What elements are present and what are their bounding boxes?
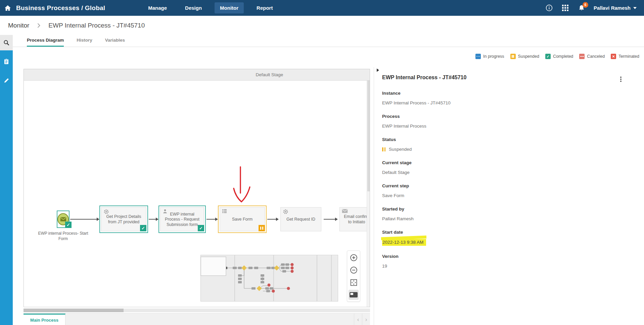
field-label: Current step [382, 183, 631, 188]
process-tab-strip: Main Process ‹ › [24, 313, 370, 325]
scrollbar-thumb[interactable] [24, 309, 124, 312]
node-get-request-id[interactable]: Get Request ID [279, 205, 323, 233]
field-value: Suspended [382, 146, 631, 152]
node-label: Get Project Details from JT provided [101, 214, 146, 225]
user-menu[interactable]: Pallavi Ramesh [594, 5, 637, 11]
diagram-minimap[interactable] [200, 255, 338, 301]
node-body: Get Request ID [280, 207, 321, 231]
tab-main-process[interactable]: Main Process [24, 314, 65, 325]
form-icon [222, 209, 227, 214]
fit-view-button[interactable] [349, 277, 359, 287]
field-value: EWP Internal Process - JT#45710 [382, 100, 631, 106]
node-email-confirm[interactable]: Email confirm to Initiato [338, 205, 370, 233]
field-version: Version19 [382, 254, 631, 269]
canceled-dashes-icon [579, 54, 585, 59]
field-label: Start date [382, 230, 631, 235]
nav-item-manage[interactable]: Manage [143, 2, 172, 13]
pause-icon [382, 147, 385, 151]
app-title: Business Processes / Global [16, 4, 105, 12]
canvas-vertical-scrollbar[interactable] [367, 81, 370, 307]
chevron-down-icon [633, 7, 637, 9]
gear-icon [103, 209, 109, 215]
field-label: Version [382, 254, 631, 259]
node-body: Get Project Details from JT provided [101, 207, 146, 231]
breadcrumb-chevron-icon [37, 23, 40, 28]
status-legend: In progressSuspended✓CompletedCanceled✕T… [475, 54, 639, 59]
topbar-icons: 6 Pallavi Ramesh [545, 4, 644, 12]
user-name: Pallavi Ramesh [594, 5, 631, 11]
field-value: EWP Internal Process [382, 123, 631, 129]
node-start[interactable]: ✓EWP internal Process- Start Form [57, 211, 70, 228]
node-save-form[interactable]: Save Form [218, 205, 267, 233]
connector-arrow [149, 217, 158, 221]
field-value: Default Stage [382, 170, 631, 175]
field-current-stage: Current stageDefault Stage [382, 160, 631, 175]
completed-check-icon: ✓ [545, 54, 551, 59]
bell-icon[interactable]: 6 [578, 4, 586, 12]
sidebar-item-clipboard-icon[interactable] [0, 54, 13, 69]
panel-title: EWP Internal Process - JT#45710 [382, 75, 466, 81]
field-value: Pallavi Ramesh [382, 216, 631, 222]
field-start-date: Start date2022-12-13 9:38 AM [382, 230, 631, 246]
breadcrumb-current: EWP Internal Process - JT#45710 [48, 22, 145, 29]
tab-scroll-right-icon[interactable]: › [362, 314, 370, 325]
view-tabs: Process DiagramHistoryVariables [13, 35, 644, 47]
node-request-submission-form[interactable]: EWP internal Process - Request Submissio… [158, 205, 206, 233]
suspended-badge-icon [259, 225, 265, 231]
field-label: Current stage [382, 160, 631, 165]
notification-badge: 6 [583, 2, 588, 8]
connector-arrow [70, 217, 99, 221]
panel-fields: InstanceEWP Internal Process - JT#45710P… [382, 91, 631, 277]
tab-history[interactable]: History [77, 38, 92, 47]
mail-icon [342, 209, 348, 213]
field-status: StatusSuspended [382, 137, 631, 152]
node-body: Email confirm to Initiato [339, 207, 370, 231]
node-get-project-details[interactable]: Get Project Details from JT provided✓ [99, 205, 148, 233]
kebab-menu-icon[interactable] [619, 75, 623, 83]
sidebar-item-pencil-icon[interactable] [0, 73, 13, 88]
suspended-pause-icon [510, 54, 516, 59]
field-value: Save Form [382, 193, 631, 198]
left-sidebar [0, 35, 13, 325]
node-label: EWP internal Process- Start Form [36, 231, 90, 241]
canvas-horizontal-scrollbar[interactable] [24, 309, 370, 312]
canvas-controls [347, 250, 360, 302]
field-started-by: Started byPallavi Ramesh [382, 206, 631, 222]
legend-label: Canceled [587, 54, 605, 59]
connector-arrow [206, 217, 218, 221]
field-instance: InstanceEWP Internal Process - JT#45710 [382, 91, 631, 106]
node-label: Save Form [230, 216, 255, 222]
legend-item-terminated: ✕Terminated [611, 54, 639, 59]
nav-item-report[interactable]: Report [251, 2, 278, 13]
legend-label: Terminated [618, 54, 639, 59]
sidebar-item-search-icon[interactable] [0, 35, 13, 50]
in-progress-dots-icon [475, 54, 481, 59]
connector-arrow [324, 217, 338, 221]
info-icon[interactable] [545, 4, 553, 12]
tab-scroll-left-icon[interactable]: ‹ [354, 314, 362, 325]
panel-collapse-icon[interactable] [377, 68, 379, 72]
field-label: Process [382, 114, 631, 119]
breadcrumb: Monitor EWP Internal Process - JT#45710 [0, 16, 644, 35]
process-diagram-canvas[interactable]: Default Stage ✓EWP internal Process- Sta… [24, 69, 370, 307]
zoom-out-button[interactable] [349, 265, 359, 275]
home-icon[interactable] [0, 0, 15, 16]
legend-label: In progress [483, 54, 504, 59]
tab-variables[interactable]: Variables [105, 38, 125, 47]
legend-item-in-progress: In progress [475, 54, 504, 59]
highlight-marker: 2022-12-13 9:38 AM [382, 239, 426, 246]
nav-item-monitor[interactable]: Monitor [215, 2, 244, 13]
node-label: Get Request ID [284, 216, 318, 222]
page: Business Processes / Global ManageDesign… [0, 0, 644, 325]
app-grid-icon[interactable] [561, 4, 569, 12]
navbar-menu: ManageDesignMonitorReport [143, 0, 278, 16]
breadcrumb-monitor[interactable]: Monitor [8, 22, 29, 29]
zoom-in-button[interactable] [349, 252, 359, 263]
nav-item-design[interactable]: Design [180, 2, 207, 13]
user-icon [163, 209, 168, 214]
completed-badge-icon: ✓ [140, 225, 146, 231]
tab-process-diagram[interactable]: Process Diagram [27, 38, 64, 47]
minimap-toggle-button[interactable] [349, 290, 359, 300]
field-value: 2022-12-13 9:38 AM [382, 239, 631, 246]
completed-badge-icon: ✓ [65, 222, 72, 228]
